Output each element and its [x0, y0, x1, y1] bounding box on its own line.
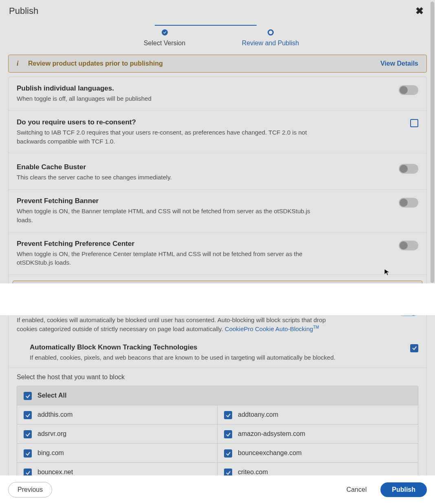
host-cell: amazon-adsystem.com	[218, 424, 418, 444]
host-name: criteo.com	[238, 469, 268, 475]
toggle-cache-buster[interactable]	[399, 164, 418, 174]
checkbox-host[interactable]	[24, 449, 32, 458]
previous-button[interactable]: Previous	[8, 482, 52, 497]
host-name: bing.com	[37, 449, 64, 457]
autoblock-link[interactable]: CookiePro Cookie Auto-BlockingTM	[225, 325, 319, 332]
checkbox-host[interactable]	[224, 449, 232, 458]
step-review-publish[interactable]: Review and Publish	[218, 29, 323, 47]
row-title: Do you require users to re-consent?	[17, 118, 326, 126]
dialog-header: Publish ✖	[0, 0, 435, 22]
alert-text: Review product updates prior to publishi…	[28, 60, 163, 67]
host-cell: adsrvr.org	[17, 424, 218, 444]
row-autoblock: Enable Automatic Blocking of Cookies If …	[9, 298, 426, 338]
host-cell: addtoany.com	[218, 405, 418, 424]
row-cache-buster: Enable Cache Buster This clears the serv…	[9, 153, 426, 190]
host-cell: criteo.com	[218, 463, 418, 475]
host-name: addthis.com	[37, 411, 72, 418]
info-icon: i	[17, 60, 21, 67]
checkbox-host[interactable]	[224, 430, 232, 438]
stepper: Select Version Review and Publish	[0, 22, 435, 52]
checkbox-reconsent[interactable]	[410, 119, 418, 127]
checkbox-host[interactable]	[24, 469, 32, 475]
row-desc: When toggle is ON, the Preference Center…	[17, 250, 326, 267]
row-title: Publish individual languages.	[17, 84, 152, 93]
alert-review-updates: i Review product updates prior to publis…	[8, 55, 427, 73]
host-cell: addthis.com	[17, 405, 218, 424]
host-cell: bounceexchange.com	[218, 444, 418, 463]
close-icon[interactable]: ✖	[413, 6, 426, 16]
host-instruction: Select the host that you want to block	[9, 368, 426, 386]
row-title: Enable Cache Buster	[17, 163, 172, 171]
row-reconsent: Do you require users to re-consent? Swit…	[9, 111, 426, 154]
host-name: adsrvr.org	[37, 430, 66, 438]
row-publish-languages: Publish individual languages. When toggl…	[9, 77, 426, 111]
checkbox-host[interactable]	[24, 430, 32, 438]
host-name: bouncex.net	[37, 469, 73, 475]
row-title: Enable Automatic Blocking of Cookies	[17, 306, 326, 314]
checkbox-select-all[interactable]	[24, 392, 32, 400]
publish-button[interactable]: Publish	[380, 482, 427, 497]
step-label: Review and Publish	[242, 40, 299, 47]
checkbox-host[interactable]	[24, 411, 32, 419]
alert-autoblock-slow: i Publishing your changes will take long…	[13, 281, 422, 298]
host-name: addtoany.com	[238, 411, 278, 418]
row-title: Prevent Fetching Preference Center	[17, 240, 326, 248]
row-desc: When toggle is off, all languages will b…	[17, 94, 152, 103]
checkbox-host[interactable]	[224, 469, 232, 475]
host-name: amazon-adsystem.com	[238, 430, 305, 438]
host-cell: bing.com	[17, 444, 218, 463]
select-all-label: Select All	[37, 392, 66, 399]
checkbox-autoblock-known[interactable]	[410, 344, 418, 352]
alert-text: Publishing your changes will take longer…	[33, 286, 286, 293]
checkbox-host[interactable]	[224, 411, 232, 419]
toggle-autoblock[interactable]	[399, 307, 418, 316]
info-icon: i	[21, 286, 25, 293]
dialog-title: Publish	[9, 6, 38, 16]
step-select-version[interactable]: Select Version	[112, 29, 218, 47]
host-name: bounceexchange.com	[238, 449, 302, 457]
toggle-publish-languages[interactable]	[399, 85, 418, 95]
host-cell: bouncex.net	[17, 463, 218, 475]
row-prevent-pref-center: Prevent Fetching Preference Center When …	[9, 232, 426, 275]
current-step-icon	[268, 29, 274, 35]
row-title: Automatically Block Known Tracking Techn…	[30, 343, 335, 351]
view-details-link[interactable]: View Details	[380, 60, 418, 67]
row-autoblock-known: Automatically Block Known Tracking Techn…	[9, 338, 426, 368]
row-desc: If enabled, cookies will automatically b…	[17, 316, 326, 334]
toggle-prevent-banner[interactable]	[399, 198, 418, 208]
toggle-prevent-pref-center[interactable]	[399, 241, 418, 250]
cancel-button[interactable]: Cancel	[340, 482, 373, 497]
dialog-footer: Previous Cancel Publish	[0, 475, 435, 504]
row-desc: If enabled, cookies, pixels, and web bea…	[30, 353, 335, 362]
host-table: Select All addthis.com addtoany.com	[17, 386, 418, 475]
row-desc: This clears the server cache to see chan…	[17, 173, 172, 182]
scrollbar[interactable]	[431, 2, 434, 283]
row-title: Prevent Fetching Banner	[17, 197, 326, 205]
options-card: Publish individual languages. When toggl…	[8, 77, 427, 475]
row-desc: Switching to IAB TCF 2.0 requires that y…	[17, 128, 326, 146]
row-prevent-banner: Prevent Fetching Banner When toggle is O…	[9, 190, 426, 232]
step-label: Select Version	[144, 40, 185, 47]
check-icon	[162, 29, 168, 35]
row-desc: When toggle is ON, the Banner template H…	[17, 207, 326, 225]
host-select-all-row: Select All	[17, 386, 418, 405]
